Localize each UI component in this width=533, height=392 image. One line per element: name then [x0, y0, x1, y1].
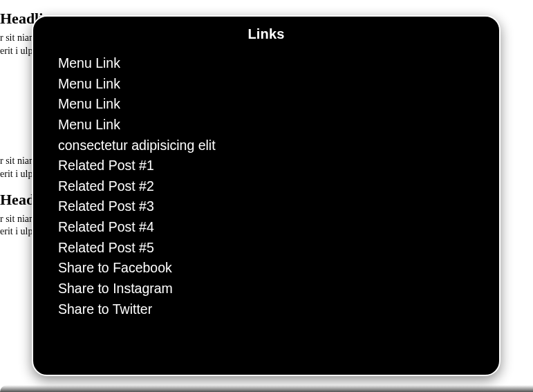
link-item-share-facebook[interactable]: Share to Facebook [58, 258, 480, 279]
links-list: Menu Link Menu Link Menu Link Menu Link … [53, 53, 480, 319]
link-item-menu-2[interactable]: Menu Link [58, 74, 480, 95]
link-item-related-1[interactable]: Related Post #1 [58, 156, 480, 176]
link-item-share-instagram[interactable]: Share to Instagram [58, 279, 480, 299]
link-item-related-4[interactable]: Related Post #4 [58, 217, 480, 238]
modal-title: Links [53, 26, 480, 42]
link-item-related-5[interactable]: Related Post #5 [58, 238, 480, 259]
link-item-related-3[interactable]: Related Post #3 [58, 196, 480, 217]
link-item-consectetur[interactable]: consectetur adipisicing elit [58, 136, 480, 156]
link-item-menu-1[interactable]: Menu Link [58, 53, 480, 74]
bottom-bar [0, 385, 533, 392]
link-item-menu-3[interactable]: Menu Link [58, 94, 480, 115]
link-item-related-2[interactable]: Related Post #2 [58, 176, 480, 197]
link-item-menu-4[interactable]: Menu Link [58, 115, 480, 136]
link-item-share-twitter[interactable]: Share to Twitter [58, 299, 480, 320]
links-modal: Links Menu Link Menu Link Menu Link Menu… [32, 15, 501, 376]
